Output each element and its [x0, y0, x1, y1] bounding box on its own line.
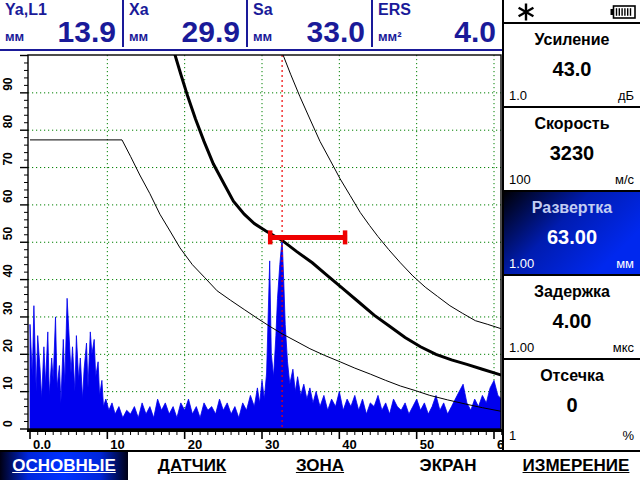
panel-unit: дБ: [618, 88, 634, 103]
y-tick-label: 40: [1, 264, 15, 278]
y-tick-label: 90: [1, 77, 15, 91]
y-tick-label: 60: [1, 189, 15, 203]
panel-delay[interactable]: Задержка 4.00 1.00 мкс: [504, 276, 640, 360]
measurement-value: 29.9: [182, 17, 240, 47]
measurement-ers: ERS мм² 4.0: [373, 0, 502, 47]
x-tick-label: 40: [342, 437, 356, 450]
panel-step: 1.00: [509, 256, 534, 271]
panel-title: Отсечка: [504, 360, 640, 385]
x-tick-label: 50: [420, 437, 434, 450]
panel-title: Усиление: [504, 24, 640, 49]
panel-step: 1: [509, 428, 516, 443]
measurement-label: Ya,L1: [5, 1, 47, 19]
tab-label: ЭКРАН: [418, 456, 479, 476]
measurement-label: Sa: [253, 1, 273, 19]
x-axis-line: [27, 429, 502, 432]
measurement-label: ERS: [378, 1, 411, 19]
panel-title: Скорость: [504, 108, 640, 133]
signal-trace: [30, 239, 502, 430]
flaw-detector-screen: Ya,L1 мм 13.9 Xa мм 29.9 Sa мм 33.0 ERS …: [0, 0, 640, 480]
tab-measure[interactable]: ИЗМЕРЕНИЕ: [512, 452, 640, 480]
panel-value: 0: [504, 385, 640, 417]
tab-label: ОСНОВНЫЕ: [10, 456, 118, 476]
panel-title: Развертка: [504, 192, 640, 217]
panel-value: 3230: [504, 133, 640, 165]
battery-full-icon: [610, 5, 636, 19]
panel-unit: %: [622, 428, 634, 443]
panel-title: Задержка: [504, 276, 640, 301]
y-tick-label: 0: [1, 420, 15, 427]
panel-step: 100: [509, 172, 531, 187]
x-tick-label: 0.0: [33, 437, 51, 450]
panel-step: 1.00: [509, 340, 534, 355]
status-bar: [504, 0, 640, 24]
tab-probe[interactable]: ДАТЧИК: [128, 452, 256, 480]
tab-label: ДАТЧИК: [156, 456, 228, 476]
parameter-sidebar: Усиление 43.0 1.0 дБ Скорость 3230 100 м…: [502, 0, 640, 450]
panel-velocity[interactable]: Скорость 3230 100 м/с: [504, 108, 640, 192]
panel-unit: мм: [616, 256, 634, 271]
x-tick-label: 30: [265, 437, 279, 450]
y-tick-label: 10: [1, 376, 15, 390]
panel-reject[interactable]: Отсечка 0 1 %: [504, 360, 640, 446]
y-tick-label: 80: [1, 115, 15, 129]
measurement-sa: Sa мм 33.0: [248, 0, 373, 47]
panel-unit: м/с: [615, 172, 634, 187]
measurement-value: 13.9: [58, 17, 116, 47]
dac-main: [175, 54, 502, 376]
panel-unit: мкс: [613, 340, 634, 355]
panel-step: 1.0: [509, 88, 527, 103]
measurement-bar: Ya,L1 мм 13.9 Xa мм 29.9 Sa мм 33.0 ERS …: [0, 0, 502, 51]
y-tick-label: 50: [1, 227, 15, 241]
panel-value: 4.00: [504, 301, 640, 333]
tab-main[interactable]: ОСНОВНЫЕ: [0, 452, 128, 480]
tab-label: ИЗМЕРЕНИЕ: [521, 456, 632, 476]
measurement-value: 33.0: [307, 17, 365, 47]
main-menu: ОСНОВНЫЕ ДАТЧИК ЗОНА ЭКРАН ИЗМЕРЕНИЕ: [0, 450, 640, 480]
tab-screen[interactable]: ЭКРАН: [384, 452, 512, 480]
measurement-ya: Ya,L1 мм 13.9: [0, 0, 124, 47]
panel-value: 43.0: [504, 49, 640, 81]
x-tick-label: 20: [188, 437, 202, 450]
dac-upper: [282, 53, 502, 329]
asterisk-icon: [516, 2, 536, 22]
y-tick-label: 20: [1, 339, 15, 353]
measurement-xa: Xa мм 29.9: [124, 0, 248, 47]
tab-label: ЗОНА: [294, 456, 346, 476]
measurement-unit: мм²: [378, 29, 402, 44]
dac-lower: [30, 140, 502, 412]
panel-gain[interactable]: Усиление 43.0 1.0 дБ: [504, 24, 640, 108]
panel-range[interactable]: Развертка 63.00 1.00 мм: [504, 192, 640, 276]
measurement-value: 4.0: [454, 17, 496, 47]
measurement-label: Xa: [129, 1, 149, 19]
y-tick-label: 30: [1, 301, 15, 315]
measurement-unit: мм: [129, 29, 148, 44]
x-tick-label: 10: [110, 437, 124, 450]
panel-value: 63.00: [504, 217, 640, 249]
tab-zone[interactable]: ЗОНА: [256, 452, 384, 480]
measurement-unit: мм: [253, 29, 272, 44]
ascan-plot: 0.01020304050600102030405060708090: [0, 49, 502, 450]
measurement-unit: мм: [5, 29, 24, 44]
y-tick-label: 70: [1, 152, 15, 166]
